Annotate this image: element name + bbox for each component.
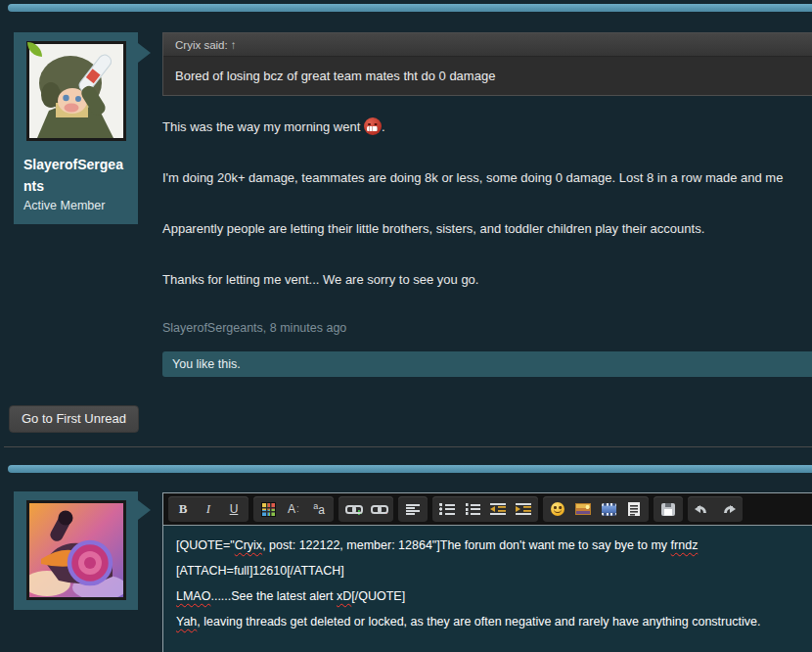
smilies-button[interactable] [546,498,569,520]
bold-button[interactable] [171,498,195,520]
redo-button[interactable] [716,498,740,520]
like-bar: You like this. [162,351,812,377]
misspelled-word: xD [337,589,351,603]
author-avatar-image [29,44,123,138]
post-paragraph: I'm doing 20k+ damage, teammates are doi… [162,168,812,188]
indent-button[interactable] [512,498,535,520]
reply-bubble-arrow [138,500,151,520]
image-button[interactable] [571,498,595,520]
bold-icon [179,502,188,515]
undo-button[interactable] [691,498,714,520]
section-divider-bar-bottom [8,465,812,473]
align-icon [406,504,420,515]
author-title: Active Member [23,199,128,212]
unordered-list-icon [439,503,455,515]
quote-attribution[interactable]: Cryix said:↑ [163,33,812,57]
insert-link-icon [345,504,362,515]
editor-line: Yah, leaving threads get deleted or lock… [176,609,812,634]
media-button[interactable] [597,498,620,520]
font-family-icon [313,502,325,516]
underline-button[interactable] [222,498,246,520]
goto-quoted-post-arrow[interactable]: ↑ [231,39,237,51]
media-icon [602,503,616,516]
mad-emoji [364,117,382,135]
editor-textarea[interactable]: [QUOTE="Cryix, post: 122122, member: 128… [163,526,812,652]
reply-author-avatar[interactable] [26,500,126,600]
quote-block: Cryix said:↑ Bored of losing bcz of grea… [162,32,812,96]
post-author-and-date[interactable]: SlayerofSergeants, 8 minutes ago [162,321,812,335]
font-family-button[interactable] [307,498,331,520]
toolbar-group [688,496,743,522]
message-bubble-arrow [138,43,151,63]
save-draft-button[interactable] [656,498,680,520]
italic-button[interactable] [197,498,220,520]
quote-body-text: Bored of losing bcz of great team mates … [163,57,812,95]
author-avatar[interactable] [26,41,126,141]
font-size-icon [288,502,299,515]
toolbar-group [253,496,334,522]
text-color-icon [261,502,276,517]
post-paragraph: This was the way my morning went . [162,117,812,137]
font-size-button[interactable] [282,498,305,520]
reply-avatar-image [29,503,123,597]
toolbar-group [654,496,683,522]
editor-toolbar [163,493,812,526]
align-button[interactable] [401,498,425,520]
toolbar-group [398,496,428,522]
section-divider-bar-top [8,4,812,12]
ordered-list-icon [465,503,480,515]
underline-icon [230,502,239,515]
code-icon [628,502,640,516]
reply-editor: [QUOTE="Cryix, post: 122122, member: 128… [162,492,812,652]
unlink-icon [371,504,387,515]
author-username[interactable]: SlayerofSergeants [23,154,128,197]
redo-icon [720,504,736,515]
smilies-icon [551,502,564,516]
code-button[interactable] [622,498,646,520]
misspelled-word: LMAO [176,589,210,603]
post-message: Cryix said:↑ Bored of losing bcz of grea… [162,32,812,377]
misspelled-word: Yah [176,615,197,629]
horizontal-divider [4,446,812,447]
toolbar-group [168,496,248,522]
italic-icon [206,502,210,515]
editor-line: [QUOTE="Cryix, post: 122122, member: 128… [176,533,812,558]
insert-link-button[interactable] [341,498,365,520]
toolbar-group [338,496,393,522]
toolbar-group [432,496,538,522]
undo-icon [695,504,710,515]
post-body: This was the way my morning went .I'm do… [162,117,812,290]
forum-thread-page: SlayerofSergeants Active Member Cryix sa… [0,0,812,652]
editor-line: LMAO......See the latest alert xD[/QUOTE… [176,583,812,609]
save-draft-icon [661,503,675,516]
ordered-list-button[interactable] [461,498,484,520]
reply-author-panel [14,491,138,610]
author-panel: SlayerofSergeants Active Member [14,32,138,224]
quote-author-label: Cryix said: [175,39,228,51]
toolbar-group [543,496,649,522]
indent-icon [516,503,531,515]
go-to-first-unread-button[interactable]: Go to First Unread [9,405,139,433]
editor-line: [ATTACH=full]12610[/ATTACH] [176,558,812,583]
outdent-button[interactable] [486,498,510,520]
unordered-list-button[interactable] [435,498,459,520]
text-color-button[interactable] [256,498,280,520]
outdent-icon [490,503,506,515]
misspelled-word: Cryix [235,538,262,552]
like-bar-text: You like this. [172,357,241,371]
post-paragraph: Thanks for letting me vent... We are sor… [162,270,812,290]
misspelled-word: frndz [671,538,699,552]
post-paragraph: Apparently people are letting their litt… [162,219,812,239]
image-icon [575,503,591,515]
unlink-button[interactable] [367,498,390,520]
